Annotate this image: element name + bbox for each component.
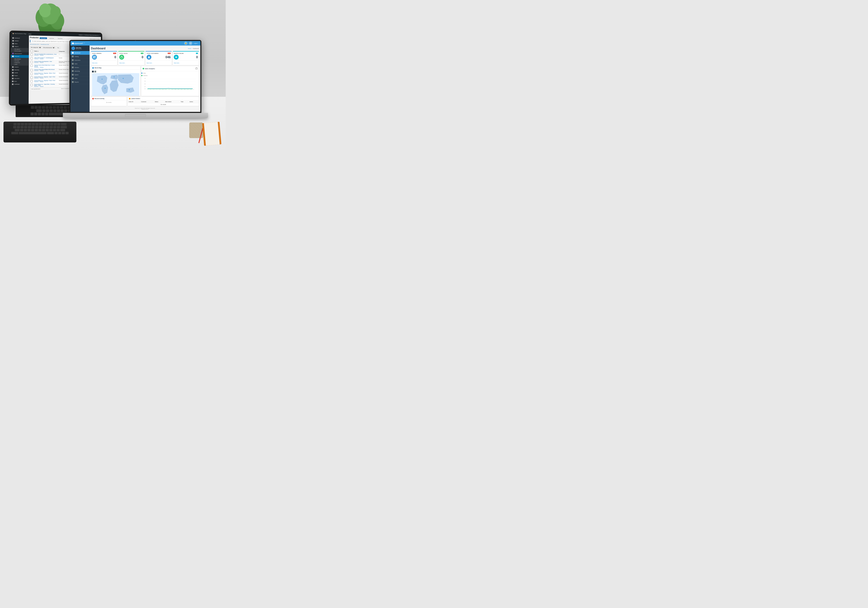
wp-edit-1[interactable]: Bewerken [34, 58, 39, 59]
wp-row-checkbox-7[interactable] [31, 80, 33, 82]
wp-select-all[interactable] [31, 50, 33, 52]
key-del [61, 123, 67, 126]
wp-product-name-3[interactable]: Gunner Falcon North Mark Dost = Combi In… [34, 65, 55, 67]
oc-nav-tools[interactable]: Tools [70, 76, 90, 80]
key-a [31, 113, 34, 115]
wp-export-btn[interactable]: Exporteren [56, 37, 64, 40]
wp-filter-all[interactable]: Alle producten (35) [30, 44, 39, 45]
wp-row-checkbox-3[interactable] [31, 65, 33, 67]
wp-view-3[interactable]: Bekijken [40, 67, 43, 68]
wp-view-4[interactable]: Bekijken [40, 70, 43, 71]
wp-row-checkbox-5[interactable] [31, 73, 33, 75]
wp-filter-btn[interactable]: Filter [56, 47, 60, 49]
wp-view-5[interactable]: Bekijken [40, 74, 43, 75]
svg-rect-25 [196, 68, 197, 68]
oc-nav-sales[interactable]: Sales [70, 62, 90, 66]
svg-point-6 [50, 6, 61, 18]
wp-row-checkbox-0[interactable] [31, 53, 33, 56]
wp-view-6[interactable]: Bekijken [40, 78, 43, 79]
wp-view-8[interactable]: Bekijken [40, 86, 43, 87]
key-f6 [36, 123, 39, 126]
oc-online-link[interactable]: View more ; [174, 62, 180, 64]
wp-menu-dashboard[interactable]: Dashboard [11, 36, 29, 40]
wp-menu-appearance[interactable]: Uiterlijk [11, 71, 29, 74]
oc-customers-label: TOTAL CUSTOMERS [147, 53, 158, 54]
wp-menu-users[interactable]: Gebruikers [11, 77, 29, 80]
oc-breadcrumb-home[interactable]: Home [188, 48, 191, 49]
wp-menu-settings[interactable]: Instellingen [11, 83, 29, 86]
wp-view-2[interactable]: Bekijken [40, 62, 43, 63]
key-q [42, 109, 45, 112]
oc-nav-extensions[interactable]: Extensions [70, 58, 90, 62]
wp-new-item[interactable]: + New [28, 33, 31, 34]
svg-text:17: 17 [172, 89, 173, 90]
wp-col-name[interactable]: Naam ▲ [34, 49, 58, 53]
oc-orders-icon [92, 55, 97, 59]
wp-menu-analytics[interactable]: Analytics [11, 66, 29, 68]
oc-sales-label: TOTAL SALES [119, 53, 128, 54]
wp-menu-tools[interactable]: Extra [11, 80, 29, 83]
orders-panel-icon [129, 98, 130, 100]
wp-row-checkbox-4[interactable] [31, 69, 33, 71]
wp-row-checkbox-2[interactable] [31, 61, 33, 63]
oc-nav-dashboard[interactable]: Dashboard [70, 51, 90, 55]
wp-view-0[interactable]: Bekijken [40, 54, 43, 56]
wp-import-btn[interactable]: Importeren [48, 37, 56, 39]
oc-nav-catalog[interactable]: Catalog [70, 55, 90, 58]
wp-edit-2[interactable]: Bewerken [34, 62, 39, 63]
oc-breadcrumb: Home › Dashboard [188, 48, 199, 49]
wp-menu-label-users: Gebruikers [14, 78, 20, 79]
key-9 [60, 106, 63, 109]
oc-sales-link[interactable]: View more ; [119, 62, 125, 64]
oc-analytics-calendar[interactable] [195, 67, 198, 70]
wp-edit-8[interactable]: Bewerken [34, 86, 39, 87]
wp-row-checkbox-8[interactable] [31, 84, 33, 86]
wp-edit-7[interactable]: Bewerken [34, 81, 39, 82]
oc-settings-btn[interactable]: ⚙ [189, 42, 192, 45]
oc-nav-system[interactable]: System [70, 73, 90, 76]
wp-edit-5[interactable]: Bewerken [34, 74, 39, 75]
oc-nav-reports[interactable]: Reports [70, 80, 90, 84]
wp-view-7[interactable]: Bekijken [40, 81, 43, 82]
wp-submenu-all-products[interactable]: – Alle producten [11, 58, 29, 60]
svg-text:13: 13 [166, 89, 166, 90]
wp-edit-6[interactable]: Bewerken [34, 78, 39, 79]
sales-icon [72, 63, 74, 65]
wp-row-actions-0: Bewerken | Bekijken [34, 54, 57, 56]
oc-customers-link[interactable]: View more ; [147, 62, 152, 64]
oc-col-total: Total [180, 100, 189, 103]
wp-menu-plugins[interactable]: Plugins [11, 74, 29, 77]
oc-notifications[interactable]: 🔔 [184, 42, 188, 45]
wp-edit-4[interactable]: Bewerken [34, 70, 39, 71]
wp-filter-published[interactable]: Gepubliceerd (35) [40, 44, 49, 45]
wp-category-filter[interactable]: Alle categorieën [30, 46, 42, 49]
wp-add-new-btn[interactable]: Toevoegen [40, 37, 47, 39]
wp-menu-pages[interactable]: Pagina's [11, 45, 29, 48]
wp-row-checkbox-6[interactable] [31, 76, 33, 79]
wp-submenu-labels[interactable]: – Labels [11, 64, 29, 65]
wp-type-filter[interactable]: Alle productsoorten [42, 47, 55, 49]
wp-menu-products[interactable]: Producten [11, 55, 29, 58]
wp-row-check [30, 64, 34, 68]
wp-menu-media[interactable]: Media [11, 42, 29, 45]
key-f8 [43, 123, 46, 126]
wp-menu-woo[interactable]: WooCommerce [11, 52, 29, 55]
oc-nav-marketing[interactable]: Marketing [70, 69, 90, 73]
wp-menu-articles[interactable]: Artikelen [11, 39, 29, 42]
wp-row-checkbox-1[interactable] [31, 57, 33, 59]
wp-menu-label-pages: Pagina's [14, 46, 19, 47]
wp-edit-3[interactable]: Bewerken [34, 67, 39, 68]
wp-view-1[interactable]: Bekijken [40, 58, 43, 59]
wp-submenu-new-page[interactable]: – Nieuwe pagina [11, 50, 29, 52]
wp-menu-label-products: Producten [14, 56, 19, 57]
oc-user-info: John Doe Administrator [76, 47, 88, 50]
wp-submenu-add-product[interactable]: – Toevoegen [11, 60, 29, 62]
laptop-trackpad[interactable] [125, 114, 146, 117]
oc-nav-vendors[interactable]: Vendors [70, 66, 90, 69]
wp-menu-marketing[interactable]: Marketing [11, 68, 29, 72]
oc-logout-btn[interactable]: Logout → [194, 43, 199, 44]
wp-edit-0[interactable]: Bewerken [34, 54, 39, 56]
oc-orders-link[interactable]: View more ; [92, 62, 98, 64]
oc-nav-label-vendors: Vendors [74, 67, 79, 68]
wp-submenu-categories[interactable]: – Categorieën [11, 62, 29, 64]
